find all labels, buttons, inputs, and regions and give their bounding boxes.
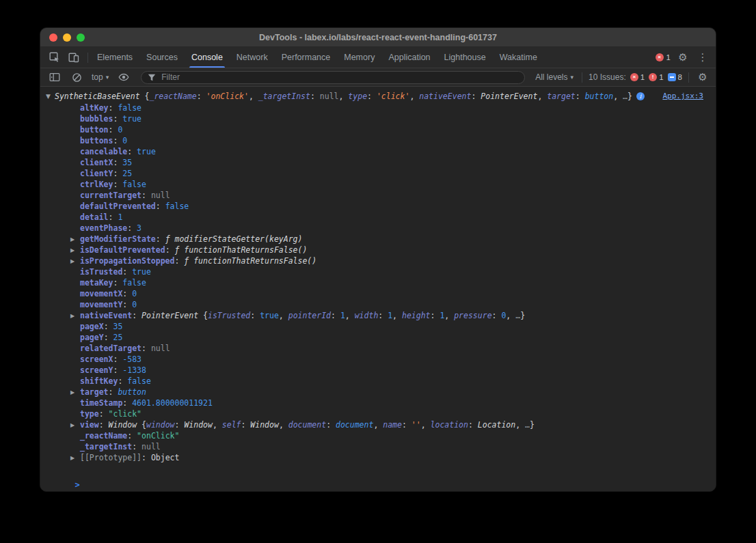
object-preview: SyntheticBaseEvent {_reactName: 'onClick… [55, 91, 632, 102]
issue-error-count: 1 [640, 73, 645, 81]
expand-arrow-icon[interactable]: ▶ [70, 387, 80, 398]
tree-row: screenX: -583 [40, 354, 716, 365]
tree-row: pageX: 35 [40, 321, 716, 332]
more-options-icon[interactable]: ⋮ [695, 49, 710, 66]
tab-sources[interactable]: Sources [139, 47, 185, 68]
token: : [113, 180, 122, 189]
token: false [122, 180, 146, 189]
tree-row: buttons: 0 [40, 135, 716, 146]
info-icon[interactable]: i [636, 92, 645, 100]
expand-arrow-icon[interactable]: ▶ [70, 311, 80, 322]
expand-arrow-icon[interactable]: ▶ [70, 420, 80, 431]
tree-row: timeStamp: 4601.800000011921 [40, 398, 716, 408]
source-link[interactable]: App.jsx:3 [662, 91, 703, 102]
chevron-down-icon: ▾ [571, 74, 574, 81]
chevron-down-icon: ▾ [106, 74, 109, 81]
token: movementY [80, 300, 122, 309]
tab-lighthouse[interactable]: Lighthouse [437, 47, 493, 68]
token: type [80, 409, 99, 419]
token: _reactName [149, 92, 196, 101]
window-titlebar[interactable]: DevTools - labex.io/labs/react-react-eve… [40, 28, 716, 47]
tree-row: movementX: 0 [40, 288, 716, 299]
token: : [113, 365, 122, 375]
token: altKey [80, 103, 109, 113]
token: , [421, 420, 431, 430]
token: movementX [80, 289, 122, 298]
tab-console[interactable]: Console [185, 47, 230, 68]
tab-network[interactable]: Network [230, 47, 275, 68]
token: , [373, 420, 383, 430]
token: : [156, 234, 165, 244]
tab-application[interactable]: Application [381, 47, 437, 68]
tabbar-icons [40, 47, 85, 68]
log-level-selector[interactable]: All levels ▾ [533, 72, 576, 82]
tree-row: ctrlKey: false [40, 179, 716, 190]
console-settings-gear-icon[interactable]: ⚙ [695, 69, 710, 85]
inspect-element-icon[interactable] [46, 49, 64, 66]
toggle-device-toolbar-icon[interactable] [65, 49, 83, 66]
token: : [492, 311, 502, 320]
token: -1338 [122, 365, 146, 375]
tree-row: metaKey: false [40, 277, 716, 288]
minimize-button[interactable] [63, 33, 71, 42]
tab-performance[interactable]: Performance [275, 47, 338, 68]
token: pressure [454, 311, 491, 320]
console-prompt[interactable]: > [40, 469, 716, 479]
window-title: DevTools - labex.io/labs/react-react-eve… [40, 33, 716, 42]
live-expression-eye-icon[interactable] [115, 69, 133, 85]
token: Location [478, 420, 515, 430]
token: Object [151, 453, 180, 462]
tree-row: type: "click" [40, 408, 716, 419]
maximize-button[interactable] [77, 33, 85, 42]
token: , [613, 92, 623, 101]
token: , [515, 420, 525, 430]
tab-wakatime[interactable]: Wakatime [493, 47, 544, 68]
close-button[interactable] [49, 33, 57, 42]
token: Window [250, 420, 279, 430]
token: , [249, 92, 258, 101]
context-label: top [92, 72, 103, 82]
tree-row: clientY: 25 [40, 168, 716, 179]
token: { [137, 420, 146, 430]
token: : [113, 278, 122, 288]
filter-funnel-icon [148, 74, 156, 81]
token: 25 [122, 169, 132, 178]
console-sidebar-icon[interactable] [46, 69, 64, 85]
token: } [530, 420, 535, 430]
expand-arrow-icon[interactable]: ▶ [70, 453, 80, 464]
tree-row: pageY: 25 [40, 332, 716, 343]
expand-arrow-icon[interactable]: ▶ [70, 256, 80, 267]
settings-gear-icon[interactable]: ⚙ [675, 49, 690, 66]
filter-input[interactable] [160, 72, 518, 83]
tab-elements[interactable]: Elements [90, 47, 139, 68]
tab-memory[interactable]: Memory [337, 47, 381, 68]
token: : [310, 92, 320, 101]
token: } [520, 311, 525, 320]
token: false [118, 103, 141, 113]
console-toolbar: top ▾ All levels ▾ 10 Issues: × 1 ! 1 [40, 68, 716, 87]
token: PointerEvent [481, 92, 537, 101]
token: 0 [118, 125, 122, 135]
token: , [409, 92, 419, 101]
divider [688, 72, 689, 83]
token: , [537, 92, 547, 101]
issues-counter[interactable]: 10 Issues: × 1 ! 1 8 [589, 72, 682, 82]
error-counter[interactable]: × 1 [656, 53, 671, 61]
clear-console-icon[interactable] [68, 69, 85, 85]
token: : [109, 103, 118, 113]
javascript-context-selector[interactable]: top ▾ [90, 72, 111, 82]
token: : [132, 442, 141, 451]
token: : [241, 420, 250, 430]
token: ƒ functionThatReturnsFalse() [174, 245, 307, 255]
token: false [122, 278, 146, 288]
token: : [122, 289, 132, 298]
token: true [137, 147, 156, 156]
tree-row: eventPhase: 3 [40, 223, 716, 234]
token: getModifierState [80, 234, 156, 244]
expand-arrow-icon[interactable]: ▶ [70, 245, 80, 256]
collapse-arrow-icon[interactable]: ▼ [46, 91, 55, 102]
object-property-tree: altKey: falsebubbles: truebutton: 0butto… [40, 102, 716, 463]
tree-row: cancelable: true [40, 146, 716, 157]
token: : [99, 409, 109, 419]
expand-arrow-icon[interactable]: ▶ [70, 234, 80, 245]
